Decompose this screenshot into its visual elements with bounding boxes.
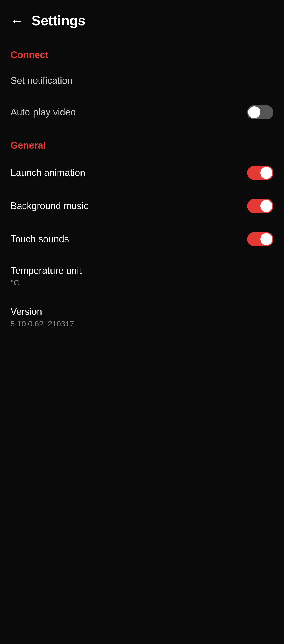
touch-sounds-toggle[interactable] — [247, 232, 273, 246]
background-music-item[interactable]: Background music — [0, 189, 284, 223]
auto-play-video-label: Auto-play video — [11, 107, 76, 118]
touch-sounds-item[interactable]: Touch sounds — [0, 223, 284, 256]
launch-animation-label: Launch animation — [11, 167, 85, 178]
background-music-toggle[interactable] — [247, 199, 273, 213]
page-title: Settings — [32, 13, 85, 28]
header: ← Settings — [0, 0, 284, 39]
temperature-unit-label: Temperature unit — [11, 265, 273, 276]
version-item: Version 5.10.0.62_210317 — [0, 297, 284, 338]
launch-animation-item[interactable]: Launch animation — [0, 156, 284, 189]
version-value: 5.10.0.62_210317 — [11, 319, 273, 328]
auto-play-video-toggle-thumb — [248, 106, 260, 118]
temperature-unit-item[interactable]: Temperature unit °C — [0, 256, 284, 297]
general-section-header: General — [0, 129, 284, 156]
set-notification-item[interactable]: Set notification — [0, 66, 284, 96]
set-notification-label: Set notification — [11, 75, 73, 86]
auto-play-video-item[interactable]: Auto-play video — [0, 96, 284, 129]
connect-section: Connect Set notification Auto-play video — [0, 39, 284, 129]
general-section: General Launch animation Background musi… — [0, 129, 284, 338]
background-music-label: Background music — [11, 200, 88, 212]
connect-section-header: Connect — [0, 39, 284, 66]
version-label: Version — [11, 306, 273, 317]
touch-sounds-toggle-thumb — [260, 233, 272, 245]
auto-play-video-toggle[interactable] — [247, 105, 273, 119]
temperature-unit-value: °C — [11, 278, 273, 287]
launch-animation-toggle-thumb — [260, 167, 272, 179]
back-button[interactable]: ← — [11, 13, 23, 28]
launch-animation-toggle[interactable] — [247, 166, 273, 180]
background-music-toggle-thumb — [260, 200, 272, 212]
touch-sounds-label: Touch sounds — [11, 234, 69, 245]
